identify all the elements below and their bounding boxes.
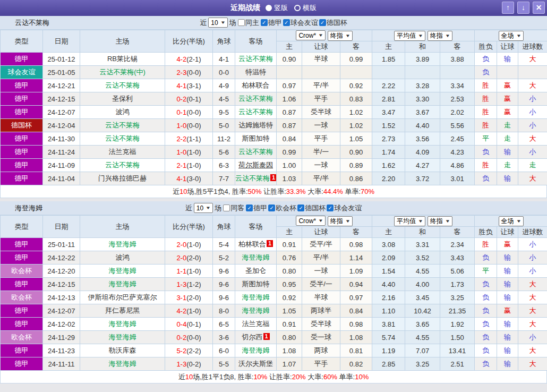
league-filter[interactable]: ✓德甲 bbox=[261, 18, 282, 28]
team-name-text: 海登海姆 bbox=[109, 360, 136, 368]
summary-segment: 让胜率: bbox=[267, 373, 292, 381]
radio-unselected-icon bbox=[294, 5, 301, 11]
team-name-text: 云达不莱梅 bbox=[105, 161, 140, 169]
result-text: 负 bbox=[482, 174, 489, 182]
avg-away: 2.53 bbox=[440, 92, 475, 106]
corners: 5-0 bbox=[213, 119, 235, 132]
corners: 9-6 bbox=[213, 278, 235, 291]
near-label: 近 bbox=[185, 203, 192, 213]
halftime-score: (0-0) bbox=[186, 108, 201, 116]
checkbox-checked-icon: ✓ bbox=[261, 19, 268, 26]
result-goals: 大 bbox=[518, 291, 547, 304]
avg-draw: 3.56 bbox=[405, 132, 440, 146]
avg-home: 3.81 bbox=[372, 318, 405, 331]
match-count-select[interactable]: 10 ▼ bbox=[194, 203, 213, 213]
bookmaker-select[interactable]: Crow* ▼ bbox=[296, 216, 326, 226]
league-filters: ✓德甲✓欧会杯✓德国杯✓球会友谊 bbox=[246, 203, 362, 213]
league-filter[interactable]: ✓欧会杯 bbox=[268, 203, 296, 213]
odds-home: 0.76 bbox=[277, 251, 302, 265]
result-handicap: 输 bbox=[497, 357, 518, 371]
team-name-text: 伊斯坦布尔巴萨克塞尔 bbox=[88, 293, 157, 301]
odds-handicap: 平/半 bbox=[302, 251, 340, 265]
col-type: 类型 bbox=[1, 30, 43, 53]
result-wdl: 负 bbox=[475, 304, 497, 318]
league-filters: ✓德甲✓球会友谊✓德国杯 bbox=[261, 18, 347, 28]
odds-handicap: 两球半 bbox=[302, 304, 340, 318]
result-text: 胜 bbox=[482, 240, 489, 248]
team-name-text[interactable]: 荷尔斯泰因 bbox=[238, 161, 273, 169]
odds-time-select[interactable]: 终指 ▼ bbox=[328, 31, 353, 41]
team-name-text: 海登海姆 bbox=[242, 306, 270, 314]
chevron-down-icon: ▼ bbox=[318, 33, 323, 38]
team-name-text: 达姆施塔特 bbox=[238, 121, 273, 129]
matches-table: 类型 日期 主场 比分(半场) 角球 客场 Crow* ▼ 终指 ▼ bbox=[0, 215, 547, 371]
odds-home: 1.00 bbox=[277, 159, 302, 172]
average-time-select[interactable]: 终指 ▼ bbox=[428, 31, 452, 41]
odds-time-select[interactable]: 终指 ▼ bbox=[328, 216, 353, 226]
chevron-down-icon: ▼ bbox=[516, 219, 521, 224]
competition-badge: 欧会杯 bbox=[1, 265, 43, 278]
chevron-down-icon: ▼ bbox=[206, 206, 211, 210]
match-count-select[interactable]: 10 ▼ bbox=[208, 18, 227, 28]
layout-radio[interactable]: 竖版 bbox=[266, 3, 288, 13]
close-button[interactable]: ✕ bbox=[533, 2, 545, 14]
odds-handicap: 平/半 bbox=[302, 79, 340, 92]
competition-badge: 德国杯 bbox=[1, 119, 43, 132]
result-wdl: 胜 bbox=[475, 238, 497, 251]
score: 1-0(0-0) bbox=[165, 119, 213, 132]
odds-handicap: 平手 bbox=[302, 132, 340, 146]
odds-home: 0.80 bbox=[277, 331, 302, 344]
avg-draw: 4.00 bbox=[405, 278, 440, 291]
col-odds-handicap: 让球 bbox=[302, 41, 340, 53]
away-team: 柏林联合1 bbox=[235, 238, 277, 251]
result-handicap: 输 bbox=[497, 265, 518, 278]
team-name-text: 海登海姆 bbox=[242, 293, 270, 301]
team-name-text: 法兰克福 bbox=[109, 148, 136, 156]
col-result-goals: 进球数 bbox=[518, 41, 547, 53]
team-name-text: 海登海姆 bbox=[109, 320, 136, 328]
league-filter[interactable]: ✓球会友谊 bbox=[327, 203, 362, 213]
league-filter[interactable]: ✓球会友谊 bbox=[283, 18, 318, 28]
same-venue-filter[interactable]: 同主 bbox=[238, 18, 259, 28]
result-text: 大 bbox=[529, 360, 536, 368]
team-name-text: 勒沃库森 bbox=[109, 346, 136, 354]
avg-away: 3.01 bbox=[440, 172, 475, 185]
checkbox-unchecked-icon bbox=[223, 204, 230, 211]
score: 2-1(1-0) bbox=[165, 159, 213, 172]
away-team: 荷尔斯泰因 bbox=[235, 159, 277, 172]
result-text: 输 bbox=[504, 55, 511, 63]
period-select[interactable]: 全场 ▼ bbox=[499, 31, 524, 41]
league-filter[interactable]: ✓德国杯 bbox=[319, 18, 347, 28]
avg-draw: 4.09 bbox=[405, 146, 440, 159]
fulltime-score: 1-0 bbox=[176, 122, 186, 130]
result-text: 小 bbox=[529, 333, 536, 341]
result-goals bbox=[518, 66, 547, 79]
odds-handicap: 半球 bbox=[302, 53, 340, 66]
average-select[interactable]: 平均值 ▼ bbox=[394, 216, 425, 226]
col-avg-draw: 和 bbox=[405, 41, 440, 53]
summary-segment: 近 bbox=[173, 188, 180, 195]
bookmaker-select[interactable]: Crow* ▼ bbox=[296, 30, 326, 40]
fulltime-score: 0-1 bbox=[176, 108, 186, 116]
average-time-select[interactable]: 终指 ▼ bbox=[428, 216, 452, 226]
period-select[interactable]: 全场 ▼ bbox=[499, 216, 524, 226]
competition-badge: 德甲 bbox=[1, 79, 43, 92]
same-venue-filter[interactable]: 同客 bbox=[223, 203, 244, 213]
league-filter-label: 德甲 bbox=[268, 18, 282, 28]
average-select[interactable]: 平均值 ▼ bbox=[394, 31, 425, 41]
result-wdl: 负 bbox=[475, 251, 497, 265]
scroll-down-button[interactable]: ↓ bbox=[517, 2, 529, 14]
col-away: 客场 bbox=[235, 30, 277, 53]
avg-draw: 4.55 bbox=[405, 265, 440, 278]
summary-text: 近10场,胜5平1负4, 胜率:50% 让胜率:33.3% 大率:44.4% 单… bbox=[173, 188, 374, 195]
league-filter[interactable]: ✓德甲 bbox=[246, 203, 267, 213]
halftime-score: (1-0) bbox=[186, 241, 201, 249]
halftime-score: (3-0) bbox=[186, 175, 201, 183]
result-text: 负 bbox=[482, 346, 489, 354]
col-date: 日期 bbox=[43, 30, 80, 53]
scroll-up-button[interactable]: ↑ bbox=[502, 2, 514, 14]
league-filter[interactable]: ✓德国杯 bbox=[297, 203, 326, 213]
result-text: 赢 bbox=[504, 95, 511, 103]
team-name-text: 云达不莱梅 bbox=[238, 95, 273, 103]
layout-radio[interactable]: 横版 bbox=[294, 3, 317, 13]
